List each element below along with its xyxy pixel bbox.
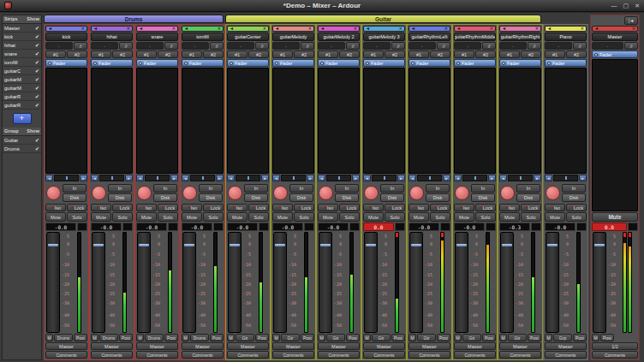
pan-bar[interactable]: ◄ ► (91, 175, 133, 181)
sidebar-row-checkbox[interactable]: ✔ (35, 137, 39, 143)
channel-1-button[interactable]: #1 (45, 50, 66, 58)
pan-knob[interactable] (273, 186, 288, 200)
pan-right-icon[interactable]: ► (443, 175, 450, 181)
solo-lock-button[interactable]: Lock (112, 204, 133, 211)
sidebar-row[interactable]: guitarM ✔ (3, 75, 41, 84)
solo-lock-button[interactable]: Lock (203, 204, 224, 211)
channel-2-button[interactable]: #2 (67, 50, 87, 58)
solo-isolate-button[interactable]: Iso (45, 204, 66, 211)
output-button[interactable]: Master (272, 342, 314, 350)
processor-box[interactable] (363, 68, 405, 174)
pan-knob[interactable] (455, 186, 469, 200)
gain-display[interactable]: -0.0 (136, 223, 167, 231)
pan-position-track[interactable] (236, 175, 260, 181)
pan-bar[interactable]: ◄ ► (363, 175, 405, 181)
narrow-strip-icon[interactable]: ◄ (275, 27, 279, 31)
fader-processor-entry[interactable]: Fader (592, 50, 638, 58)
solo-isolate-button[interactable]: Iso (363, 204, 384, 211)
metering-button[interactable]: M (408, 334, 416, 341)
pan-right-icon[interactable]: ► (125, 175, 133, 181)
gain-display[interactable]: -0.0 (454, 223, 485, 231)
monitor-input-button[interactable]: In (426, 184, 450, 193)
comments-button[interactable]: Comments (182, 351, 224, 359)
monitor-input-button[interactable]: In (153, 184, 177, 193)
group-button[interactable]: Gtr (462, 334, 481, 341)
pan-position-track[interactable] (145, 175, 170, 181)
pan-right-icon[interactable]: ► (261, 175, 269, 181)
peak-display[interactable] (576, 223, 587, 231)
pan-bar[interactable]: ◄ ► (182, 175, 224, 181)
output-button[interactable]: Master (136, 342, 178, 350)
comments-button[interactable]: Comments (592, 351, 638, 359)
monitor-input-button[interactable]: In (244, 184, 268, 193)
comments-button[interactable]: Comments (454, 351, 496, 359)
pan-position-track[interactable] (372, 175, 397, 181)
strip-color-header[interactable]: ◄ ✕ (91, 26, 133, 32)
pan-left-icon[interactable]: ◄ (136, 175, 144, 181)
strip-color-header[interactable]: ◄ ✕ (272, 26, 314, 32)
meter-point-button[interactable]: Post (600, 334, 614, 341)
peak-display[interactable] (168, 223, 178, 231)
comments-button[interactable]: Comments (272, 351, 314, 359)
channel-1-button[interactable]: #1 (272, 50, 293, 58)
pan-right-icon[interactable]: ► (397, 175, 405, 181)
solo-lock-button[interactable]: Lock (475, 204, 496, 211)
peak-display[interactable] (628, 223, 638, 231)
group-button[interactable]: Drums (145, 334, 164, 341)
narrow-strip-icon[interactable]: ◄ (320, 27, 325, 31)
hide-strip-icon[interactable]: ✕ (581, 27, 584, 31)
solo-isolate-button[interactable]: Iso (182, 204, 202, 211)
pan-knob[interactable] (228, 186, 242, 200)
sidebar-row-checkbox[interactable]: ✔ (35, 59, 39, 65)
channel-1-button[interactable]: #1 (545, 50, 565, 58)
processor-led[interactable] (139, 62, 142, 65)
fader-processor-entry[interactable]: Fader (227, 59, 269, 67)
channel-1-button[interactable]: #1 (454, 50, 474, 58)
narrow-strip-icon[interactable]: ◄ (230, 27, 234, 31)
pan-position-track[interactable] (54, 175, 79, 181)
sidebar-row[interactable]: hihat ✔ (3, 41, 41, 50)
processor-box[interactable] (136, 68, 178, 174)
pan-bar[interactable]: ◄ ► (318, 175, 360, 181)
peak-display[interactable] (259, 223, 269, 231)
sidebar-row-checkbox[interactable]: ✔ (35, 85, 39, 91)
group-button[interactable]: Gtr (372, 334, 391, 341)
channel-2-button[interactable]: #2 (521, 50, 541, 58)
sidebar-row-checkbox[interactable]: ✔ (35, 42, 39, 48)
metering-button[interactable]: M (136, 334, 144, 341)
hide-strip-icon[interactable]: ✕ (535, 27, 539, 31)
peak-display[interactable] (304, 223, 314, 231)
solo-lock-button[interactable]: Lock (385, 204, 405, 211)
fader-handle[interactable] (594, 244, 605, 246)
output-button[interactable]: Master (318, 342, 360, 350)
pan-right-icon[interactable]: ► (534, 175, 541, 181)
metering-button[interactable]: M (545, 334, 552, 341)
gain-display[interactable]: -0.0 (227, 223, 258, 231)
sidebar-row[interactable]: snare ✔ (3, 50, 41, 58)
fader-handle[interactable] (184, 244, 194, 246)
strip-color-header[interactable]: ◄ ✕ (545, 26, 587, 32)
pan-knob[interactable] (409, 186, 424, 200)
channel-1-button[interactable]: #1 (182, 50, 202, 58)
gain-fader[interactable] (546, 232, 559, 333)
monitor-input-button[interactable]: In (516, 184, 540, 193)
solo-button[interactable]: Solo (521, 212, 541, 222)
trim-control[interactable]: ∂ (573, 42, 587, 50)
peak-display[interactable] (395, 223, 405, 231)
group-button[interactable]: Drums (190, 334, 209, 341)
pan-right-icon[interactable]: ► (170, 175, 178, 181)
processor-box[interactable] (91, 68, 133, 174)
processor-led[interactable] (594, 53, 598, 56)
fader-processor-entry[interactable]: Fader (499, 59, 541, 67)
monitor-input-button[interactable]: In (108, 184, 132, 193)
mute-button[interactable]: Mute (545, 212, 565, 222)
trim-control[interactable]: ∂ (528, 42, 541, 50)
gain-display[interactable]: 0.0 (363, 223, 394, 231)
meter-point-button[interactable]: Post (74, 334, 87, 341)
narrow-strip-icon[interactable]: ◄ (184, 27, 188, 31)
metering-button[interactable]: M (454, 334, 462, 341)
mute-button[interactable]: Mute (318, 212, 338, 222)
hide-strip-icon[interactable]: ✕ (490, 27, 493, 31)
pan-position-track[interactable] (99, 175, 124, 181)
mute-button[interactable]: Mute (136, 212, 157, 222)
